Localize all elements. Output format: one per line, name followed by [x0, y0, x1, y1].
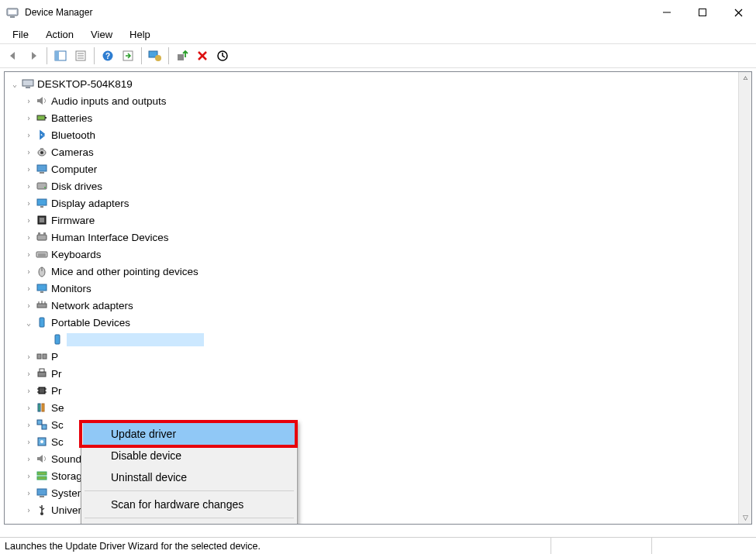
expander-icon[interactable]: ›: [23, 472, 34, 480]
svg-rect-51: [40, 318, 44, 327]
vertical-scrollbar[interactable]: ㅿ ▽: [738, 72, 751, 524]
show-hide-tree-button[interactable]: [50, 46, 71, 65]
scroll-down-arrow[interactable]: ▽: [739, 511, 751, 524]
menu-file[interactable]: File: [5, 27, 36, 42]
system-icon: [36, 487, 48, 499]
action-button[interactable]: [118, 46, 138, 65]
tree-category[interactable]: ⌄Portable Devices: [6, 314, 750, 331]
svg-rect-28: [40, 148, 43, 150]
minimize-button[interactable]: [649, 0, 685, 25]
computer-icon: [22, 77, 34, 90]
svg-rect-57: [39, 387, 45, 394]
context-menu-uninstall-device[interactable]: Uninstall device: [83, 466, 295, 488]
scan-hardware-button[interactable]: [212, 46, 233, 65]
tree-category[interactable]: ›Mice and other pointing devices: [6, 263, 750, 280]
svg-rect-22: [22, 80, 33, 86]
speaker-icon: [36, 95, 48, 107]
expander-icon[interactable]: ›: [23, 284, 34, 293]
tree-category-label: Pr: [51, 368, 62, 380]
tree-category[interactable]: ›Pr: [6, 365, 750, 382]
expander-icon[interactable]: ›: [23, 489, 34, 497]
tree-category[interactable]: ›Network adapters: [6, 297, 750, 314]
tree-category[interactable]: ›Audio inputs and outputs: [6, 92, 750, 109]
properties-button[interactable]: [71, 46, 91, 65]
expander-icon[interactable]: ›: [23, 250, 34, 259]
tree-category-label: Sc: [51, 436, 64, 448]
close-button[interactable]: [720, 0, 756, 25]
tree-category[interactable]: ›Keyboards: [6, 246, 750, 263]
scroll-up-arrow[interactable]: ㅿ: [739, 72, 751, 85]
tree-category[interactable]: ›Computer: [6, 160, 750, 177]
svg-rect-46: [40, 291, 43, 293]
tree-category[interactable]: ›Bluetooth: [6, 126, 750, 143]
expander-icon[interactable]: ›: [23, 267, 34, 276]
expander-icon[interactable]: ›: [23, 165, 34, 174]
tree-category[interactable]: ›Firmware: [6, 212, 750, 229]
keyboard-icon: [36, 248, 48, 260]
context-menu-update-driver[interactable]: Update driver: [83, 423, 295, 445]
expander-icon[interactable]: ›: [23, 199, 34, 208]
enable-device-button[interactable]: [172, 46, 192, 65]
svg-point-67: [40, 440, 43, 443]
tree-category-label: Audio inputs and outputs: [51, 95, 167, 107]
expander-icon[interactable]: ›: [23, 506, 34, 514]
expander-icon[interactable]: ›: [23, 233, 34, 242]
bluetooth-icon: [36, 129, 48, 141]
expander-icon[interactable]: ›: [23, 370, 34, 378]
software-components-icon: [36, 418, 48, 431]
tree-device[interactable]: [6, 331, 750, 348]
nav-forward-button[interactable]: [23, 46, 43, 65]
uninstall-device-button[interactable]: [192, 46, 212, 65]
context-menu-properties[interactable]: Properties: [83, 521, 295, 525]
menu-action[interactable]: Action: [38, 27, 81, 42]
expander-icon[interactable]: ›: [23, 182, 34, 191]
tree-category[interactable]: ›Batteries: [6, 109, 750, 126]
expander-icon[interactable]: ›: [23, 387, 34, 395]
expander-icon[interactable]: ›: [23, 421, 34, 429]
monitor-icon: [36, 282, 48, 294]
nav-back-button[interactable]: [3, 46, 23, 65]
tree-category[interactable]: ›Cameras: [6, 143, 750, 160]
tree-category[interactable]: ›P: [6, 348, 750, 365]
expander-icon[interactable]: ⌄: [23, 318, 34, 327]
tree-category[interactable]: ›Human Interface Devices: [6, 229, 750, 246]
tree-category[interactable]: ›Pr: [6, 382, 750, 399]
tree-category[interactable]: ›Disk drives: [6, 177, 750, 194]
update-driver-button[interactable]: [145, 46, 165, 65]
hid-icon: [36, 231, 48, 243]
tree-category[interactable]: ›Monitors: [6, 280, 750, 297]
expander-icon[interactable]: ›: [23, 114, 34, 122]
app-icon: [6, 6, 19, 19]
maximize-button[interactable]: [685, 0, 720, 25]
expander-icon[interactable]: ›: [23, 438, 34, 446]
expander-icon[interactable]: ›: [23, 455, 34, 463]
tree-category-label: Sc: [51, 419, 64, 431]
computer-icon: [36, 163, 48, 175]
menu-view[interactable]: View: [83, 27, 120, 42]
expander-icon[interactable]: ›: [23, 148, 34, 157]
help-button[interactable]: ?: [98, 46, 118, 65]
expander-icon[interactable]: ›: [23, 131, 34, 139]
expander-icon[interactable]: ›: [23, 97, 34, 105]
context-menu-disable-device[interactable]: Disable device: [83, 445, 295, 466]
menu-help[interactable]: Help: [122, 27, 158, 42]
expander-icon[interactable]: ⌄: [9, 80, 20, 88]
tree-category[interactable]: ›Se: [6, 399, 750, 416]
expander-icon[interactable]: ›: [23, 404, 34, 412]
tree-category[interactable]: ›Display adapters: [6, 194, 750, 212]
tree-category-label: Batteries: [51, 112, 92, 124]
context-menu: Update driver Disable device Uninstall d…: [81, 421, 298, 525]
expander-icon[interactable]: ›: [23, 353, 34, 361]
svg-rect-69: [37, 477, 47, 480]
context-menu-scan-hardware[interactable]: Scan for hardware changes: [83, 494, 295, 515]
tree-root[interactable]: ⌄ DESKTOP-504K819: [6, 75, 750, 92]
tree-category-label: Firmware: [51, 215, 95, 226]
tree-category-label: Disk drives: [51, 181, 102, 192]
expander-icon[interactable]: ›: [23, 301, 34, 310]
toolbar-separator: [47, 47, 47, 64]
expander-icon[interactable]: ›: [23, 216, 34, 225]
tree-category-label: Monitors: [51, 283, 91, 294]
svg-point-32: [44, 187, 46, 188]
context-menu-separator: [85, 518, 294, 518]
svg-rect-53: [37, 354, 41, 359]
